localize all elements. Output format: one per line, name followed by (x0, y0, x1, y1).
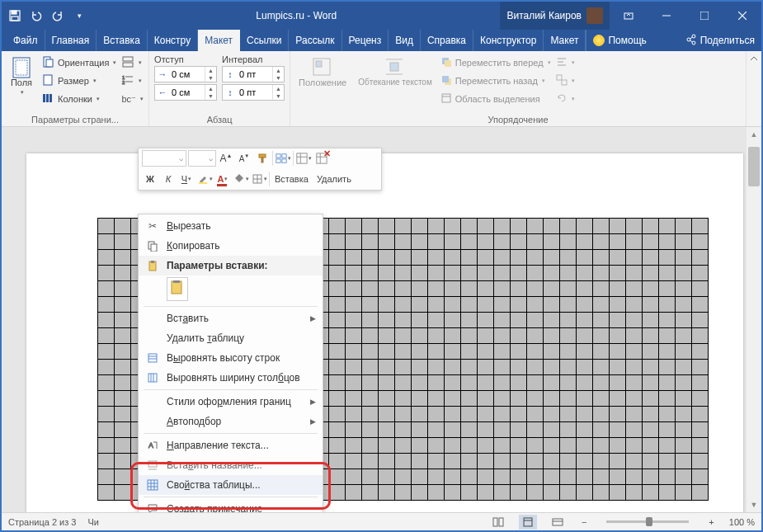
group-button[interactable]: ▾ (556, 73, 575, 89)
ribbon-tabs: Файл Главная Вставка Констру Макет Ссылк… (2, 30, 761, 51)
tab-table-layout[interactable]: Макет (544, 30, 586, 51)
menu-distribute-columns[interactable]: Выровнять ширину столбцов (139, 368, 323, 388)
position-button[interactable]: Положение (295, 54, 350, 89)
svg-rect-79 (493, 518, 497, 526)
tab-design[interactable]: Констру (148, 30, 198, 51)
menu-autofit[interactable]: Автоподбор▶ (139, 412, 323, 431)
align-button[interactable]: ▾ (556, 54, 575, 71)
mini-delete-button[interactable]: Удалить (313, 171, 355, 187)
bring-forward-button[interactable]: Переместить вперед▾ (440, 54, 551, 71)
orientation-button[interactable]: Ориентация▾ (41, 54, 116, 71)
line-numbers-button[interactable]: 12▾ (121, 73, 144, 89)
spacing-after[interactable]: ↕▲▼ (222, 84, 285, 101)
status-page[interactable]: Страница 2 из 3 (8, 517, 76, 527)
font-family-select[interactable]: ⌵ (142, 150, 186, 167)
menu-insert[interactable]: Вставить▶ (139, 308, 323, 328)
hyphenation-button[interactable]: bc⁻▾ (121, 91, 144, 107)
scroll-thumb[interactable] (748, 147, 760, 186)
minimize-icon[interactable] (648, 2, 685, 30)
mini-insert-button[interactable]: Вставка (271, 171, 312, 187)
ribbon-display-icon[interactable] (610, 2, 648, 30)
zoom-value[interactable]: 100 % (729, 517, 755, 527)
svg-text:A: A (148, 441, 153, 450)
tab-file[interactable]: Файл (7, 30, 45, 51)
styles-gallery-icon[interactable]: ▾ (275, 150, 291, 167)
tab-home[interactable]: Главная (45, 30, 97, 51)
delete-gallery-icon[interactable]: ✕ (313, 150, 330, 167)
italic-icon[interactable]: К (160, 171, 177, 187)
menu-table-properties[interactable]: Свойства таблицы... (139, 475, 323, 495)
tab-help[interactable]: Справка (421, 30, 473, 51)
menu-border-styles[interactable]: Стили оформления границ▶ (139, 392, 323, 412)
tab-table-design[interactable]: Конструктор (473, 30, 544, 51)
borders-icon[interactable]: ▾ (251, 171, 267, 187)
format-painter-icon[interactable] (254, 150, 271, 167)
send-backward-button[interactable]: Переместить назад▾ (440, 73, 551, 89)
maximize-icon[interactable] (685, 2, 723, 30)
zoom-out-icon[interactable]: − (578, 517, 590, 527)
user-account[interactable]: Виталий Каиров (500, 2, 610, 30)
status-words[interactable]: Чи (87, 517, 98, 527)
rotate-button[interactable]: ▾ (556, 91, 575, 107)
margins-button[interactable]: Поля▾ (7, 54, 36, 97)
zoom-slider[interactable] (606, 520, 689, 523)
scroll-down-icon[interactable]: ▼ (747, 497, 761, 512)
margins-icon (10, 56, 33, 76)
svg-line-12 (690, 40, 692, 42)
size-button[interactable]: Размер▾ (41, 73, 116, 89)
tab-review[interactable]: Реценз (342, 30, 389, 51)
selection-pane-button[interactable]: Область выделения (440, 91, 551, 107)
tab-mailings[interactable]: Рассылк (289, 30, 341, 51)
breaks-button[interactable]: ▾ (121, 54, 144, 71)
svg-rect-28 (316, 61, 322, 67)
insert-gallery-icon[interactable]: ▾ (295, 150, 312, 167)
view-web-icon[interactable] (549, 515, 567, 530)
font-size-select[interactable]: ⌵ (188, 150, 216, 167)
indent-right[interactable]: ←▲▼ (154, 84, 217, 101)
tab-insert[interactable]: Вставка (97, 30, 148, 51)
bold-icon[interactable]: Ж (142, 171, 158, 187)
line-numbers-icon: 12 (121, 73, 134, 88)
paste-option-nest-table[interactable] (167, 277, 188, 301)
menu-distribute-rows[interactable]: Выровнять высоту строк (139, 348, 323, 368)
help-bulb-icon[interactable] (593, 35, 605, 46)
help-label[interactable]: Помощь (608, 35, 646, 46)
menu-insert-caption[interactable]: Вставить название... (139, 455, 323, 475)
zoom-in-icon[interactable]: + (705, 517, 717, 527)
scroll-up-icon[interactable]: ▲ (747, 127, 761, 142)
arrange-caption: Упорядочение (295, 113, 741, 125)
shrink-font-icon[interactable]: A▼ (236, 150, 252, 167)
collapse-ribbon-icon[interactable] (747, 51, 761, 126)
indent-left[interactable]: →▲▼ (154, 66, 217, 82)
qat-more-icon[interactable]: ▾ (73, 9, 86, 22)
group-icon (556, 74, 568, 87)
menu-delete-table[interactable]: Удалить таблицу (139, 328, 323, 348)
tab-references[interactable]: Ссылки (240, 30, 289, 51)
spacing-before[interactable]: ↕▲▼ (222, 66, 285, 82)
undo-icon[interactable] (30, 9, 43, 22)
share-button[interactable]: Поделиться (679, 30, 761, 51)
menu-text-direction[interactable]: AНаправление текста... (139, 435, 323, 455)
orientation-icon (41, 55, 54, 70)
font-color-icon[interactable]: A▾ (214, 171, 231, 187)
close-icon[interactable] (723, 2, 761, 30)
underline-icon[interactable]: Ч▾ (178, 171, 195, 187)
copy-icon (145, 240, 160, 252)
wrap-text-button[interactable]: Обтекание текстом (355, 54, 436, 88)
columns-button[interactable]: Колонки▾ (41, 91, 116, 107)
menu-cut[interactable]: ✂Вырезать (139, 216, 323, 236)
spacing-label: Интервал (222, 54, 285, 64)
redo-icon[interactable] (51, 9, 64, 22)
svg-rect-5 (700, 12, 709, 20)
menu-copy[interactable]: Копировать (139, 236, 323, 256)
group-paragraph: Отступ →▲▼ ←▲▼ Интервал ↕▲▼ ↕▲▼ Абзац (149, 51, 290, 126)
highlight-icon[interactable]: ▾ (196, 171, 213, 187)
shading-icon[interactable]: ▾ (233, 171, 249, 187)
view-read-icon[interactable] (489, 515, 507, 530)
tab-layout[interactable]: Макет (198, 30, 240, 51)
vertical-scrollbar[interactable]: ▲ ▼ (747, 127, 761, 512)
tab-view[interactable]: Вид (389, 30, 421, 51)
view-print-icon[interactable] (519, 515, 537, 530)
grow-font-icon[interactable]: A▲ (218, 150, 234, 167)
save-icon[interactable] (8, 9, 21, 22)
